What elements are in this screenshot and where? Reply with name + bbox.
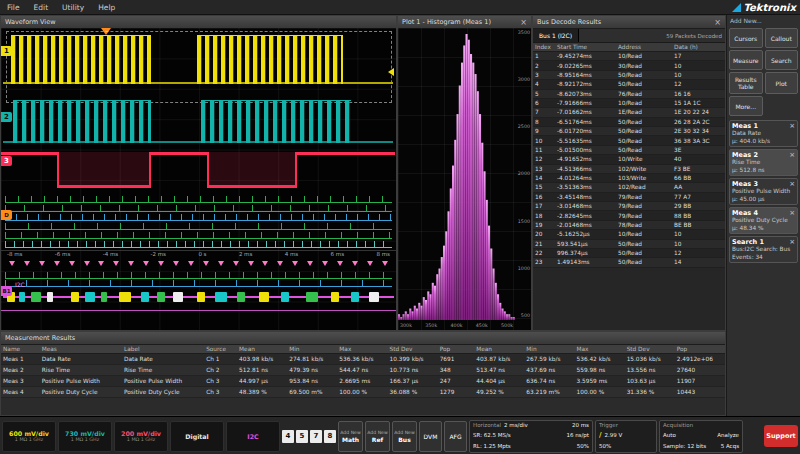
sidebar-button-callout[interactable]: Callout — [765, 28, 799, 48]
acquisition-settings[interactable]: Acquisition Auto Analyze Sample: 12 bits… — [659, 420, 743, 453]
badge-meas-1[interactable]: Meas 1×Data Rateµ: 404.0 kb/s — [729, 120, 798, 147]
cell: -2.82645ms — [555, 211, 616, 220]
digital-channel-button-5[interactable]: 5 — [296, 430, 308, 443]
channel-badge-i2c[interactable]: I2C — [226, 421, 280, 452]
badge-meas-2[interactable]: Meas 2×Rise Timeµ: 512.8 ns — [729, 149, 798, 176]
decode-row[interactable]: 14-4.01264ms103/Write66 BB — [533, 173, 725, 182]
decode-row[interactable]: 231.49143ms50/Read14 — [533, 258, 725, 267]
decode-row[interactable]: 18-2.82645ms79/Read88 BB — [533, 211, 725, 220]
channel-badge-200-mv-div[interactable]: 200 mV/div1 MΩ 1 GHz — [114, 421, 168, 452]
add-new-ref-button[interactable]: Add NewRef — [365, 421, 390, 452]
afg-button[interactable]: AFG — [444, 421, 467, 452]
result-row[interactable]: Meas 1Data RateData RateCh 1403.98 kb/s2… — [1, 354, 725, 365]
dvm-button[interactable]: DVM — [419, 421, 442, 452]
channel-1-tag[interactable]: 1 — [1, 46, 12, 56]
decode-row[interactable]: 6-7.91666ms10/Read15 1A 1C — [533, 98, 725, 107]
decode-row[interactable]: 17-3.01468ms79/Read29 BB — [533, 202, 725, 211]
add-new-math-button[interactable]: Add NewMath — [338, 421, 363, 452]
menu-item-utility[interactable]: Utility — [55, 3, 91, 12]
result-row[interactable]: Meas 2Rise TimeRise TimeCh 2512.81 ns479… — [1, 365, 725, 376]
bus-packet-segment — [306, 292, 318, 302]
ch1-level-icon — [388, 68, 394, 76]
channel-badge-730-mv-div[interactable]: 730 mV/div1 MΩ 1 GHz — [58, 421, 112, 452]
menu-item-file[interactable]: File — [0, 3, 27, 12]
menu-item-edit[interactable]: Edit — [27, 3, 56, 12]
cell: 247 — [438, 376, 475, 387]
result-row[interactable]: Meas 4Positive Duty CyclePositive Duty C… — [1, 387, 725, 398]
measurement-results-table: NameMeasLabelSourceMeanMinMaxStd DevPopM… — [1, 345, 725, 398]
bus-tab[interactable]: Bus 1 (I2C) — [533, 29, 579, 42]
decode-row[interactable]: 1-9.45274ms10/Read17 — [533, 52, 725, 61]
histogram-plot[interactable]: 350030002500200015001000500 300k350k400k… — [398, 28, 531, 330]
trigger-settings[interactable]: Trigger / 2.99 V 50% — [595, 420, 657, 453]
decode-row[interactable]: 19-2.01468ms78/ReadBE BB — [533, 220, 725, 229]
decode-row[interactable]: 9-6.01720ms50/Read2E 30 32 34 — [533, 127, 725, 136]
channel-2-tag[interactable]: 2 — [1, 112, 12, 122]
cell: 10443 — [675, 387, 725, 398]
cell: 267.59 kb/s — [524, 354, 574, 365]
sidebar-button-more[interactable]: More... — [729, 96, 763, 116]
close-icon[interactable]: × — [789, 238, 795, 246]
decode-row[interactable]: 21593.541µs50/Read10 — [533, 239, 725, 248]
cell: 88 BB — [672, 211, 725, 220]
tick-label: 6 ms — [331, 251, 344, 259]
menu-item-help[interactable]: Help — [91, 3, 122, 12]
digital-channel-button-7[interactable]: 7 — [310, 430, 322, 443]
support-button[interactable]: Support — [764, 425, 798, 447]
badge-meas-4[interactable]: Meas 4×Positive Duty Cycleµ: 48.34 % — [729, 207, 798, 234]
sidebar-button-cursors[interactable]: Cursors — [729, 28, 763, 48]
decode-row[interactable]: 7-7.01662ms1E/Read1E 20 22 24 — [533, 108, 725, 117]
column-header: Source — [204, 345, 237, 354]
badge-line: Events: 34 — [732, 254, 795, 262]
decode-row[interactable]: 3-8.95164ms50/Read10 — [533, 70, 725, 79]
decode-row[interactable]: 22996.374µs50/Read12 — [533, 248, 725, 257]
add-new-bus-button[interactable]: Add NewBus — [392, 421, 417, 452]
close-icon[interactable]: × — [789, 122, 795, 130]
add-new-button[interactable]: Add New... — [727, 15, 800, 26]
digital-channel-button-4[interactable]: 4 — [282, 430, 294, 443]
close-icon[interactable]: × — [789, 151, 795, 159]
search-mark-icon — [307, 261, 313, 266]
horizontal-settings[interactable]: Horizontal 2 ms/div 20 ms SR: 62.5 MS/s … — [469, 420, 593, 453]
decode-row[interactable]: 20-5.16252µs10/Read10 — [533, 230, 725, 239]
decode-row[interactable]: 12-4.91652ms10/Write40 — [533, 155, 725, 164]
close-icon[interactable]: × — [710, 18, 721, 27]
decode-row[interactable]: 4-8.92172ms50/Read12 — [533, 80, 725, 89]
sidebar-button-measure[interactable]: Measure — [729, 50, 763, 70]
close-icon[interactable]: × — [789, 209, 795, 217]
result-row[interactable]: Meas 3Positive Pulse WidthPositive Pulse… — [1, 376, 725, 387]
bus-packet-segment — [141, 292, 149, 302]
decode-row[interactable]: 15-3.51363ms102/ReadAA — [533, 183, 725, 192]
decode-row[interactable]: 8-6.51764ms50/Read26 28 2A 2C — [533, 117, 725, 126]
decode-row[interactable]: 2-9.02265ms30/Read10 — [533, 61, 725, 70]
badge-line: µ: 48.34 % — [732, 225, 795, 233]
cell: 348 — [438, 365, 475, 376]
digital-channel-button-8[interactable]: 8 — [324, 430, 336, 443]
bus-1-tag[interactable]: B1 — [1, 286, 12, 296]
cell: 10/Read — [616, 52, 672, 61]
decode-row[interactable]: 10-5.51635ms50/Read36 38 3A 3C — [533, 136, 725, 145]
trigger-level: 2.99 V — [605, 432, 623, 439]
badge-meas-3[interactable]: Meas 3×Positive Pulse Widthµ: 45.00 µs — [729, 178, 798, 205]
badge-search-1[interactable]: Search 1×Bus:I2C Search: BusEvents: 34 — [729, 236, 798, 263]
decode-row[interactable]: 13-4.51366ms102/WriteF3 BE — [533, 164, 725, 173]
digital-group-tag[interactable]: D — [1, 210, 12, 220]
decode-row[interactable]: 16-3.45148ms79/Read77 A7 — [533, 192, 725, 201]
bus-packet-segment — [197, 292, 205, 302]
close-icon[interactable]: × — [789, 180, 795, 188]
close-icon[interactable]: × — [516, 18, 527, 27]
badge-title-text: Meas 1 — [732, 122, 758, 130]
sidebar-button-search[interactable]: Search — [765, 50, 799, 70]
channel-3-tag[interactable]: 3 — [1, 156, 12, 166]
cell: 10/Read — [616, 98, 672, 107]
tick-label: 8 ms — [376, 251, 389, 259]
digital-channel-trace — [5, 241, 392, 248]
decode-row[interactable]: 5-8.62073ms76/Read16 16 — [533, 89, 725, 98]
cell: -4.51366ms — [555, 164, 616, 173]
decode-row[interactable]: 11-5.01500ms50/Read3E — [533, 145, 725, 154]
sidebar-button-results-table[interactable]: Results Table — [729, 72, 763, 94]
sidebar-button-plot[interactable]: Plot — [765, 72, 799, 94]
waveform-plot[interactable]: -8 ms-6 ms-4 ms-2 ms0 s2 ms4 ms6 ms8 ms … — [1, 28, 396, 330]
channel-badge-600-mv-div[interactable]: 600 mV/div1 MΩ 1 GHz — [2, 421, 56, 452]
channel-badge-digital[interactable]: Digital — [170, 421, 224, 452]
